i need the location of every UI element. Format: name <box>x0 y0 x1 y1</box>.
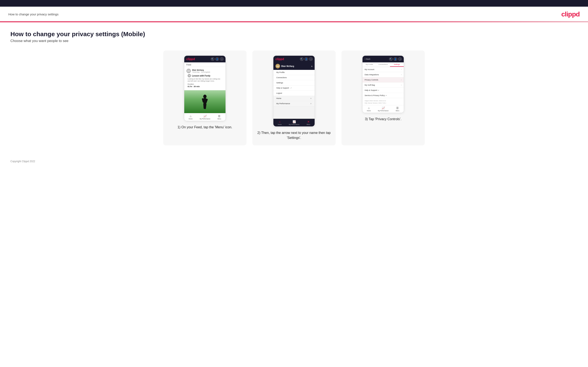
search-icon: 🔍 <box>211 57 214 61</box>
step-1-desc: 1) On your Feed, tap the 'Menu' icon. <box>177 125 232 130</box>
phone-2-nav: clippd 🔍 👤 ⚙ <box>273 56 315 62</box>
post-duration-label: Duration <box>186 83 223 85</box>
post-meta: Yesterday · Sunningdale <box>192 71 210 73</box>
bottom-nav-menu[interactable]: ☰ Menu <box>217 115 221 120</box>
performance-chevron-icon: ∨ <box>310 102 312 105</box>
user-icon: 👤 <box>216 57 219 61</box>
post-title: Lesson with Fordy <box>192 75 210 77</box>
my-account-label: My Account <box>365 68 374 70</box>
menu-label-3: Menu <box>396 110 399 111</box>
step-3-desc: 3) Tap 'Privacy Controls'. <box>365 117 401 122</box>
dropdown-connections[interactable]: Connections <box>273 75 315 80</box>
phone-3-tab-bar: My Profile Connections Settings <box>363 62 404 67</box>
post-desc: Looking to feel like my hands are exitin… <box>186 78 223 82</box>
home-chevron-icon: ∨ <box>310 97 312 99</box>
settings-icon-3: ⚙ <box>398 57 402 61</box>
setting-my-account[interactable]: My Account › <box>363 67 404 72</box>
phone-2-dropdown: BM Blair McHarg ∧ My Profile Connections… <box>273 62 315 106</box>
phone-1-icons: 🔍 👤 ⚙ <box>211 57 223 61</box>
phone-1-logo: clippd <box>186 57 195 61</box>
close-label: Menu <box>306 124 310 125</box>
copyright: Copyright Clippd 2022 <box>10 160 35 163</box>
step-2-card: clippd 🔍 👤 ⚙ BM Blair McHarg ∧ <box>252 50 336 145</box>
bottom-nav-home-3[interactable]: ⌂ Home <box>367 107 371 111</box>
performance-section-label: My Performance <box>276 102 290 105</box>
performance-icon-3: 📈 <box>382 107 385 109</box>
performance-icon: 📈 <box>203 115 207 118</box>
setting-my-golf-bag[interactable]: My Golf Bag › <box>363 83 404 88</box>
home-section-label: Home <box>276 97 281 99</box>
bottom-nav-home-2[interactable]: ⌂ Home <box>278 120 282 125</box>
steps-row: clippd 🔍 👤 ⚙ Feed BM Blair McHarg Yester… <box>10 50 578 145</box>
setting-data-integrations[interactable]: Data Integrations › <box>363 72 404 77</box>
header: How to change your privacy settings clip… <box>0 7 588 21</box>
external-icon: ↗ <box>290 87 292 89</box>
post-title-row: ▶ Lesson with Fordy <box>186 74 223 77</box>
dropdown-logout[interactable]: Logout <box>273 91 315 96</box>
dropdown-chevron-icon: ∧ <box>311 65 312 67</box>
bottom-nav-performance[interactable]: 📈 My Performance <box>200 115 210 120</box>
page-heading: How to change your privacy settings (Mob… <box>10 31 578 38</box>
dropdown-settings[interactable]: Settings <box>273 80 315 85</box>
phone-2-mockup: clippd 🔍 👤 ⚙ BM Blair McHarg ∧ <box>273 56 315 127</box>
tab-connections[interactable]: Connections <box>376 62 390 67</box>
phone-1-mockup: clippd 🔍 👤 ⚙ Feed BM Blair McHarg Yester… <box>184 56 226 121</box>
user-icon-3: 👤 <box>394 57 397 61</box>
phone-2-logo: clippd <box>276 57 284 61</box>
bottom-nav-performance-3[interactable]: 📈 My Performance <box>378 107 389 111</box>
phone-1-post: BM Blair McHarg Yesterday · Sunningdale … <box>184 67 225 90</box>
bottom-nav-close[interactable]: ✕ Menu <box>306 120 310 125</box>
phone-1-bottom-nav: ⌂ Home 📈 My Performance ☰ Menu <box>184 113 225 121</box>
dropdown-my-profile[interactable]: My Profile <box>273 70 315 75</box>
dropdown-home[interactable]: Home ∨ <box>273 96 315 101</box>
settings-icon-2: ⚙ <box>309 57 312 61</box>
dropdown-user-name: Blair McHarg <box>281 65 294 67</box>
performance-icon-2: 📈 <box>293 120 296 123</box>
tab-settings[interactable]: Settings <box>390 62 404 67</box>
post-author: Blair McHarg <box>192 69 210 71</box>
home-icon-2: ⌂ <box>279 120 280 123</box>
phone-3-bottom-nav: ⌂ Home 📈 My Performance ☰ Menu <box>363 105 404 113</box>
back-button[interactable]: < Back <box>365 58 370 60</box>
golfer-svg <box>199 94 211 113</box>
bottom-nav-menu-3[interactable]: ☰ Menu <box>396 107 399 111</box>
dropdown-help-support[interactable]: Help & Support ↗ <box>273 85 315 91</box>
setting-help-support[interactable]: Help & Support ↗ <box>363 88 404 93</box>
client-version: Clippd Client Version: 2022.8.3-3 <box>365 100 402 102</box>
bottom-nav-home[interactable]: ⌂ Home <box>189 115 193 120</box>
dropdown-user-row[interactable]: BM Blair McHarg ∧ <box>273 62 315 70</box>
bottom-nav-performance-2[interactable]: 📈 My Performance <box>289 120 299 125</box>
dropdown-section: Home ∨ My Performance ∨ <box>273 96 315 106</box>
home-icon-3: ⌂ <box>368 107 370 109</box>
performance-label-2: My Performance <box>289 124 299 125</box>
avatar: BM <box>186 69 191 73</box>
setting-privacy-controls[interactable]: Privacy Controls › <box>363 77 404 83</box>
performance-label: My Performance <box>200 118 210 120</box>
version-info: Clippd Client Version: 2022.8.3-3 GQL Se… <box>363 98 404 105</box>
phone-2-icons: 🔍 👤 ⚙ <box>300 57 312 61</box>
privacy-controls-chevron: › <box>401 79 402 81</box>
phone-2-bottom-nav: ⌂ Home 📈 My Performance ✕ Menu <box>273 119 315 126</box>
performance-label-3: My Performance <box>378 110 389 111</box>
dropdown-avatar: BM <box>276 64 280 68</box>
main-content: How to change your privacy settings (Mob… <box>0 22 588 154</box>
phone-3-nav: < Back 🔍 👤 ⚙ <box>363 56 404 62</box>
settings-icon: ⚙ <box>220 57 223 61</box>
feed-bg <box>273 106 315 119</box>
header-title: How to change your privacy settings <box>8 12 59 16</box>
dropdown-my-performance[interactable]: My Performance ∨ <box>273 101 315 106</box>
service-privacy-label: Service & Privacy Policy ↗ <box>365 94 387 96</box>
phone-1-feed-label: Feed <box>184 62 225 67</box>
data-integrations-label: Data Integrations <box>365 74 379 76</box>
my-golf-bag-label: My Golf Bag <box>365 84 375 86</box>
privacy-controls-label: Privacy Controls <box>365 79 378 81</box>
server-version: GQL Server Version: 2022.7.30-1 <box>365 102 402 104</box>
search-icon-2: 🔍 <box>300 57 303 61</box>
user-icon-2: 👤 <box>305 57 308 61</box>
setting-service-privacy[interactable]: Service & Privacy Policy ↗ <box>363 93 404 98</box>
tab-my-profile[interactable]: My Profile <box>363 62 376 67</box>
home-icon: ⌂ <box>190 115 191 118</box>
help-support-label: Help & Support ↗ <box>365 89 379 91</box>
my-account-chevron: › <box>401 68 402 70</box>
svg-point-0 <box>203 95 207 98</box>
